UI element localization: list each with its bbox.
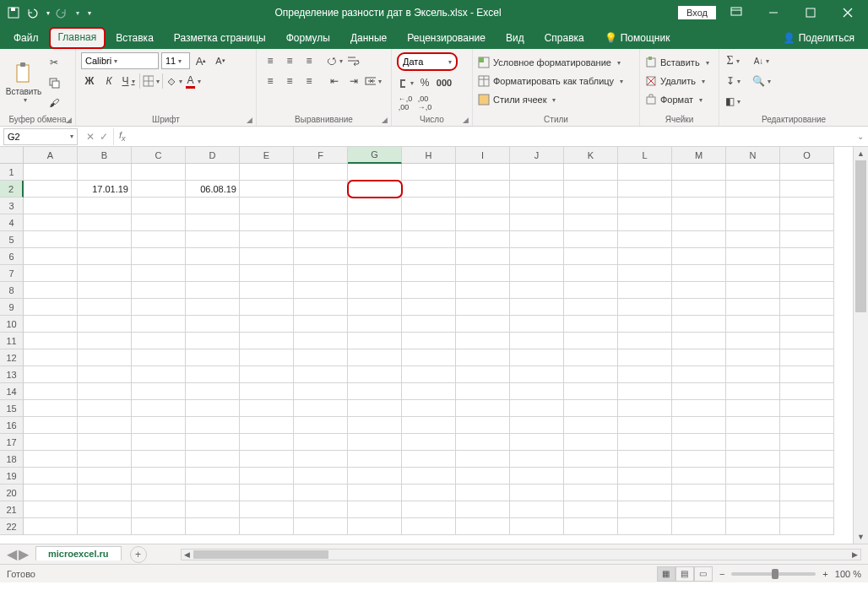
cell[interactable]: [186, 299, 240, 316]
cell[interactable]: [186, 451, 240, 468]
cell[interactable]: [456, 434, 510, 451]
page-break-view-icon[interactable]: ▭: [694, 566, 713, 582]
cell[interactable]: [618, 434, 672, 451]
cell[interactable]: [564, 198, 618, 214]
vscroll-thumb[interactable]: [855, 160, 866, 312]
hscroll-thumb[interactable]: [193, 550, 328, 559]
decrease-indent-icon[interactable]: ⇤: [326, 73, 343, 89]
zoom-out-button[interactable]: −: [719, 569, 724, 579]
cell[interactable]: [348, 282, 402, 299]
cell[interactable]: [726, 231, 780, 248]
cell[interactable]: [780, 417, 834, 434]
cell[interactable]: [564, 518, 618, 535]
cell[interactable]: [726, 501, 780, 518]
zoom-value[interactable]: 100 %: [835, 569, 861, 579]
align-center-icon[interactable]: ≡: [281, 73, 298, 89]
cell[interactable]: [780, 181, 834, 198]
column-header[interactable]: G: [348, 147, 402, 164]
cell[interactable]: [294, 417, 348, 434]
zoom-thumb[interactable]: [772, 569, 778, 579]
insert-cells-button[interactable]: Вставить▾: [645, 54, 713, 71]
cell[interactable]: [294, 231, 348, 248]
align-left-icon[interactable]: ≡: [262, 73, 279, 89]
cell[interactable]: [726, 333, 780, 349]
column-header[interactable]: C: [132, 147, 186, 164]
cell[interactable]: [294, 316, 348, 333]
column-header[interactable]: I: [456, 147, 510, 164]
name-box[interactable]: G2 ▾: [3, 128, 78, 145]
cell[interactable]: [672, 349, 726, 366]
cell[interactable]: [510, 400, 564, 417]
cell[interactable]: [402, 400, 456, 417]
cell[interactable]: [780, 248, 834, 265]
close-icon[interactable]: [831, 1, 865, 24]
decrease-font-icon[interactable]: A▾: [212, 52, 229, 69]
cell[interactable]: [726, 181, 780, 198]
row-header[interactable]: 2: [0, 181, 24, 198]
save-icon[interactable]: [7, 6, 20, 19]
cell[interactable]: [780, 333, 834, 349]
cell[interactable]: [726, 366, 780, 383]
cell[interactable]: [456, 501, 510, 518]
paste-button[interactable]: Вставить ▾: [5, 52, 42, 113]
cell[interactable]: [240, 383, 294, 400]
cell[interactable]: [240, 198, 294, 214]
cell[interactable]: [78, 349, 132, 366]
zoom-slider[interactable]: [731, 572, 816, 576]
cell[interactable]: [402, 518, 456, 535]
cell[interactable]: [402, 333, 456, 349]
tab-file[interactable]: Файл: [3, 27, 49, 49]
formula-expand-icon[interactable]: ⌄: [853, 132, 868, 141]
cell[interactable]: [780, 164, 834, 181]
cell[interactable]: [510, 231, 564, 248]
increase-indent-icon[interactable]: ⇥: [345, 73, 362, 89]
sheet-nav[interactable]: ◀ ▶: [0, 546, 35, 562]
cell[interactable]: [132, 468, 186, 485]
cell[interactable]: [618, 181, 672, 198]
cell[interactable]: [240, 248, 294, 265]
cell[interactable]: [240, 366, 294, 383]
row-header[interactable]: 19: [0, 468, 24, 485]
cell[interactable]: [456, 349, 510, 366]
cell[interactable]: [402, 214, 456, 231]
column-header[interactable]: J: [510, 147, 564, 164]
cell[interactable]: [510, 282, 564, 299]
redo-dd-icon[interactable]: ▾: [76, 9, 79, 17]
cell[interactable]: [348, 400, 402, 417]
cell[interactable]: [132, 451, 186, 468]
cell[interactable]: [240, 181, 294, 198]
cell[interactable]: [348, 518, 402, 535]
cell[interactable]: [618, 316, 672, 333]
underline-button[interactable]: Ч▾: [120, 73, 137, 89]
cell[interactable]: [672, 231, 726, 248]
cell[interactable]: [348, 417, 402, 434]
cell[interactable]: [24, 383, 78, 400]
align-bottom-icon[interactable]: ≡: [301, 52, 317, 69]
share-button[interactable]: 👤 Поделиться: [773, 27, 865, 49]
cut-icon[interactable]: ✂: [46, 54, 62, 71]
cell[interactable]: [186, 316, 240, 333]
cell[interactable]: [726, 417, 780, 434]
cell[interactable]: [780, 485, 834, 501]
cell[interactable]: [510, 349, 564, 366]
tab-page-layout[interactable]: Разметка страницы: [164, 27, 276, 49]
cell[interactable]: [510, 299, 564, 316]
cell[interactable]: [456, 316, 510, 333]
cell[interactable]: [726, 468, 780, 485]
cell[interactable]: [672, 316, 726, 333]
cell[interactable]: [726, 349, 780, 366]
column-header[interactable]: K: [564, 147, 618, 164]
accounting-format-icon[interactable]: ▾: [397, 74, 414, 91]
cell[interactable]: [24, 501, 78, 518]
cell[interactable]: [294, 265, 348, 282]
cell[interactable]: [564, 333, 618, 349]
cell[interactable]: [240, 468, 294, 485]
cell[interactable]: [132, 485, 186, 501]
cell[interactable]: [348, 451, 402, 468]
cell[interactable]: [24, 400, 78, 417]
cell[interactable]: [510, 181, 564, 198]
cell[interactable]: [564, 417, 618, 434]
cell[interactable]: [510, 265, 564, 282]
cell[interactable]: [510, 164, 564, 181]
cell[interactable]: [240, 451, 294, 468]
